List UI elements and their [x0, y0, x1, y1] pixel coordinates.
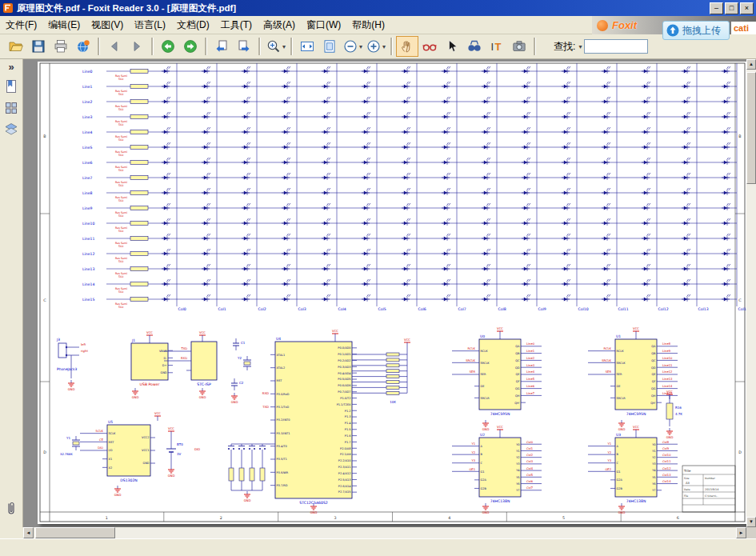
svg-text:QG: QG — [651, 387, 656, 390]
page-right-icon — [236, 38, 252, 54]
menu-item-8[interactable]: 帮助(H) — [346, 17, 390, 33]
menu-item-3[interactable]: 语言(L) — [129, 17, 171, 33]
page-left-button[interactable] — [210, 36, 233, 57]
svg-text:P3.3/INT1: P3.3/INT1 — [277, 432, 290, 435]
svg-text:VCC: VCC — [633, 425, 639, 429]
titlebar[interactable]: 原理图文件.pdf - Foxit Reader 3.0 - [原理图文件.pd… — [0, 0, 756, 16]
maximize-button[interactable]: □ — [725, 2, 738, 14]
svg-text:J3: J3 — [56, 338, 60, 342]
svg-text:560: 560 — [118, 290, 123, 294]
find-dropdown-caret[interactable]: ▾ — [578, 43, 582, 50]
svg-text:DIO: DIO — [194, 447, 200, 451]
document-area[interactable]: BBCCDD123456Col0Col1Col2Col3Col4Col5Col6… — [23, 59, 746, 527]
svg-text:VCC: VCC — [497, 326, 503, 330]
attachment-button[interactable] — [2, 499, 21, 518]
pages-panel-button[interactable] — [2, 98, 21, 118]
svg-text:Y4: Y4 — [652, 469, 656, 472]
svg-text:QH': QH' — [650, 402, 655, 405]
camera-button[interactable] — [508, 36, 530, 57]
svg-text:560: 560 — [118, 306, 123, 309]
menu-item-5[interactable]: 工具(T) — [215, 17, 258, 33]
menu-item-2[interactable]: 视图(V) — [86, 17, 129, 33]
svg-text:6: 6 — [677, 516, 679, 520]
drag-upload-button[interactable]: 拖拽上传 — [662, 21, 730, 40]
layers-panel-button[interactable] — [2, 120, 21, 139]
svg-text:X1: X1 — [109, 458, 113, 461]
svg-text:GND: GND — [244, 498, 251, 502]
scroll-up-button[interactable]: ▲ — [746, 59, 756, 70]
forward-view-button[interactable] — [179, 36, 202, 57]
glasses-button[interactable] — [418, 36, 441, 57]
horizontal-scroll-thumb[interactable] — [35, 527, 115, 538]
prev-page-button[interactable] — [103, 36, 126, 57]
save-button[interactable] — [27, 36, 50, 57]
svg-text:U1: U1 — [616, 334, 621, 338]
vertical-scroll-thumb[interactable] — [746, 72, 756, 184]
text-tool-button[interactable]: IT — [486, 36, 508, 57]
svg-text:GND: GND — [618, 427, 626, 431]
horizontal-scrollbar[interactable]: ◄ ► — [23, 527, 746, 538]
svg-text:VBUS: VBUS — [159, 350, 167, 353]
menu-item-1[interactable]: 编辑(E) — [42, 17, 86, 33]
svg-text:74HC595N: 74HC595N — [626, 412, 646, 416]
svg-text:G1: G1 — [617, 470, 621, 474]
svg-text:right: right — [81, 349, 88, 353]
zoom-out-button[interactable]: ▾ — [341, 36, 364, 57]
scroll-left-button[interactable]: ◄ — [23, 527, 34, 538]
svg-text:R16: R16 — [675, 406, 682, 410]
next-page-button[interactable] — [126, 36, 148, 57]
fit-width-icon — [299, 38, 315, 54]
page-right-button[interactable] — [233, 36, 255, 57]
svg-text:Y7: Y7 — [652, 489, 655, 492]
open-button[interactable] — [5, 36, 27, 57]
scroll-right-button[interactable]: ► — [736, 527, 746, 538]
print-button[interactable] — [50, 36, 72, 57]
svg-text:SRCLK: SRCLK — [481, 362, 490, 365]
foxit-web-button[interactable] — [72, 36, 94, 57]
hand-tool-button[interactable] — [396, 36, 418, 57]
expand-panel-button[interactable]: » — [0, 59, 22, 74]
fit-width-button[interactable] — [296, 36, 318, 57]
menu-item-7[interactable]: 窗口(W) — [301, 17, 346, 33]
find-input[interactable] — [584, 39, 648, 54]
menu-item-4[interactable]: 文档(D) — [171, 17, 215, 33]
fit-page-button[interactable] — [318, 36, 341, 57]
svg-text:Col9: Col9 — [662, 447, 670, 450]
svg-text:A3: A3 — [686, 481, 690, 485]
svg-text:Line2: Line2 — [526, 357, 534, 360]
svg-text:Y3: Y3 — [471, 459, 475, 462]
svg-text:U5: U5 — [108, 420, 113, 424]
pdf-page[interactable]: BBCCDD123456Col0Col1Col2Col3Col4Col5Col6… — [38, 62, 746, 524]
menu-item-0[interactable]: 文件(F) — [0, 17, 42, 33]
svg-text:QE: QE — [516, 373, 520, 376]
svg-text:RST: RST — [109, 441, 115, 444]
minimize-button[interactable]: – — [710, 2, 723, 14]
back-view-button[interactable] — [157, 36, 179, 57]
zoom-in-button[interactable]: ▾ — [364, 36, 387, 57]
close-button[interactable]: × — [740, 2, 754, 14]
svg-text:Y2: Y2 — [516, 456, 519, 459]
svg-text:P0.6/AD6: P0.6/AD6 — [338, 384, 350, 387]
menu-item-6[interactable]: 高级(A) — [258, 17, 301, 33]
zoom-tool-button[interactable]: ▾ — [264, 36, 287, 57]
select-tool-button[interactable] — [441, 36, 463, 57]
svg-text:QF: QF — [516, 380, 520, 383]
dropdown-caret-icon[interactable]: ▾ — [282, 43, 286, 50]
svg-text:Y0: Y0 — [516, 443, 519, 446]
dropdown-caret-icon[interactable]: ▾ — [382, 43, 386, 50]
scroll-down-button[interactable]: ▼ — [746, 517, 756, 527]
sidebar: » — [0, 59, 23, 527]
svg-text:560: 560 — [118, 245, 123, 248]
svg-text:P3.0/RxD: P3.0/RxD — [277, 393, 290, 396]
vertical-scrollbar[interactable]: ▲ ▼ — [746, 59, 756, 527]
foxit-brand-text: Foxit — [612, 19, 637, 31]
svg-text:Line5: Line5 — [82, 146, 93, 150]
svg-text:Line11: Line11 — [662, 364, 672, 367]
svg-text:VCC: VCC — [332, 329, 338, 333]
dropdown-caret-icon[interactable]: ▾ — [359, 43, 362, 50]
bookmarks-panel-button[interactable] — [2, 77, 21, 96]
select-tool-icon — [444, 38, 460, 54]
svg-text:P3.6/WR: P3.6/WR — [277, 471, 289, 474]
svg-text:QB: QB — [651, 352, 656, 355]
binoculars-button[interactable] — [463, 36, 486, 57]
